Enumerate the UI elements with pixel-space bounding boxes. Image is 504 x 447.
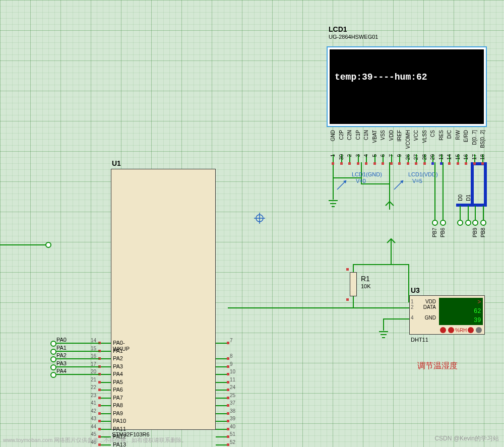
wire-vdd-v2 bbox=[389, 162, 390, 202]
bus-bs bbox=[484, 162, 487, 206]
u3-body[interactable]: 1VDD 2DATA 4GND > 62 39 %RH bbox=[409, 295, 485, 335]
u1-left-pin-wire[interactable] bbox=[100, 413, 111, 414]
u1-right-pin-wire[interactable] bbox=[216, 358, 227, 359]
term-pb9[interactable] bbox=[472, 220, 478, 226]
lcd-pin-name: D[0..7] bbox=[472, 130, 477, 145]
pin-mark bbox=[390, 162, 393, 165]
dht-btn-down[interactable] bbox=[440, 327, 446, 333]
u1-right-pin-wire[interactable] bbox=[216, 436, 227, 437]
term-pb7[interactable] bbox=[432, 220, 438, 226]
u1-ref: U1 bbox=[112, 159, 121, 167]
lcd-pin-number: 30 bbox=[339, 154, 344, 160]
u1-left-pin-wire[interactable] bbox=[100, 398, 111, 399]
w-u3-gnd-h bbox=[383, 318, 409, 320]
pin-mark bbox=[398, 162, 401, 165]
pin-number: 10 bbox=[230, 369, 235, 374]
lcd-pin-number: 9 bbox=[397, 154, 402, 157]
u1-left-pin-wire[interactable] bbox=[100, 351, 111, 352]
lcd-display-text: temp:39----hum:62 bbox=[335, 72, 427, 82]
net-wire bbox=[56, 374, 100, 375]
u1-left-pin-wire[interactable] bbox=[100, 358, 111, 359]
lcd-pin-number: 4 bbox=[363, 154, 369, 157]
u1-left-pin-wire[interactable] bbox=[100, 390, 111, 391]
r1-pm2 bbox=[346, 298, 349, 301]
pin-mark bbox=[465, 162, 467, 165]
pin-mark bbox=[227, 443, 229, 446]
term-d1[interactable] bbox=[465, 220, 471, 226]
lcd-pin-number: 29 bbox=[430, 154, 435, 160]
wire-d0 bbox=[460, 206, 461, 221]
u1-body[interactable] bbox=[111, 169, 216, 430]
svg-point-23 bbox=[481, 220, 486, 225]
lcd-pin-number: 18 bbox=[480, 154, 485, 160]
u1-left-pin-wire[interactable] bbox=[100, 444, 111, 445]
w-pb8 bbox=[483, 206, 484, 221]
pin-mark bbox=[98, 412, 101, 415]
u1-left-pin-wire[interactable] bbox=[100, 429, 111, 430]
term-d0[interactable] bbox=[457, 220, 463, 226]
pin-name: PA6 bbox=[113, 387, 123, 393]
u1-right-pin-wire[interactable] bbox=[216, 374, 227, 375]
svg-point-3 bbox=[51, 365, 56, 370]
pin-mark bbox=[423, 162, 426, 165]
u1-right-pin-wire[interactable] bbox=[216, 366, 227, 367]
w-pb9 bbox=[475, 206, 476, 221]
lcd-pin-name: RES bbox=[438, 130, 444, 141]
u3-part: DHT11 bbox=[411, 337, 428, 343]
net-terminal[interactable] bbox=[50, 371, 56, 380]
u1-right-pin-wire[interactable] bbox=[216, 413, 227, 414]
dht-btn-down2[interactable] bbox=[468, 327, 474, 333]
lcd-pin-name: R/W bbox=[455, 130, 461, 140]
pin-mark bbox=[227, 420, 229, 422]
term-pb6[interactable] bbox=[440, 220, 446, 226]
u1-left-pin-wire[interactable] bbox=[100, 366, 111, 367]
pin-mark bbox=[431, 162, 434, 165]
lcd-pin-name: VLSS bbox=[422, 130, 427, 143]
net-wire bbox=[56, 351, 100, 352]
net-label: PA1 bbox=[56, 345, 67, 351]
watermark-right: CSDN @Kevin的学习站 bbox=[434, 434, 499, 443]
lcd-pin-number: 3 bbox=[355, 154, 361, 157]
u1-left-pin-wire[interactable] bbox=[100, 421, 111, 422]
w-data-h bbox=[353, 307, 409, 308]
u1-right-pin-wire[interactable] bbox=[216, 405, 227, 406]
u1-right-pin-wire[interactable] bbox=[216, 421, 227, 422]
u1-left-pin-wire[interactable] bbox=[100, 405, 111, 406]
pin-number: 11 bbox=[230, 377, 235, 382]
lcd-pin-name: VBAT bbox=[372, 130, 377, 143]
lcd-pin-name: C2P bbox=[339, 130, 344, 140]
pin-number: 52 bbox=[230, 439, 235, 445]
lcd-pin-name: IREF bbox=[397, 130, 402, 142]
svg-point-2 bbox=[51, 357, 56, 362]
u1-right-pin-wire[interactable] bbox=[216, 398, 227, 399]
pin-mark bbox=[407, 162, 409, 165]
u1-right-pin-wire[interactable] bbox=[216, 382, 227, 383]
u1-right-pin-wire[interactable] bbox=[216, 444, 227, 445]
u1-right-pin-wire[interactable] bbox=[216, 343, 227, 344]
svg-point-12 bbox=[46, 242, 51, 247]
pin-number: 42 bbox=[91, 408, 96, 414]
u1-right-pin-wire[interactable] bbox=[216, 429, 227, 430]
u1-right-pin-wire[interactable] bbox=[216, 390, 227, 391]
pin-number: 22 bbox=[91, 385, 96, 390]
pin-mark bbox=[227, 428, 229, 430]
svg-point-0 bbox=[51, 341, 56, 346]
pin-mark bbox=[227, 357, 229, 360]
dht-btn-up[interactable] bbox=[448, 327, 454, 333]
pin-name: PA9 bbox=[113, 410, 123, 416]
dht-btn-up2[interactable] bbox=[476, 327, 482, 333]
pin-number: 7 bbox=[230, 338, 233, 343]
r1-body[interactable] bbox=[350, 272, 357, 296]
probe-vdd-icon[interactable] bbox=[392, 176, 407, 191]
lcd-pin-name: C2N bbox=[347, 130, 352, 140]
term-pa9[interactable] bbox=[45, 242, 51, 248]
u1-left-pin-wire[interactable] bbox=[100, 374, 111, 375]
term-pb8[interactable] bbox=[480, 220, 486, 226]
probe-gnd-icon[interactable] bbox=[335, 176, 350, 191]
pin-mark bbox=[332, 162, 334, 165]
u1-left-pin-wire[interactable] bbox=[100, 382, 111, 383]
probe-gnd-v: V=0 bbox=[356, 178, 366, 184]
pin-mark bbox=[415, 162, 417, 165]
u1-left-pin-wire[interactable] bbox=[100, 343, 111, 344]
pin-mark bbox=[98, 397, 101, 399]
